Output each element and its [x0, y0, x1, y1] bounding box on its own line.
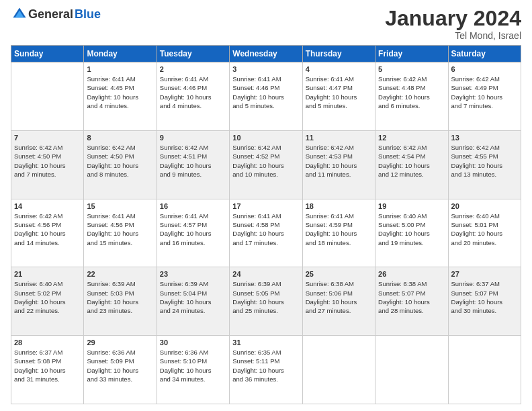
week-row-1: 1Sunrise: 6:41 AM Sunset: 4:45 PM Daylig…: [11, 62, 521, 131]
day-info: Sunrise: 6:38 AM Sunset: 5:07 PM Dayligh…: [378, 279, 445, 315]
day-info: Sunrise: 6:41 AM Sunset: 4:59 PM Dayligh…: [306, 212, 372, 247]
calendar-table: SundayMondayTuesdayWednesdayThursdayFrid…: [11, 45, 521, 404]
day-info: Sunrise: 6:40 AM Sunset: 5:02 PM Dayligh…: [14, 279, 81, 315]
day-cell: [375, 336, 448, 404]
day-number: 2: [160, 65, 226, 73]
day-cell: [302, 336, 375, 404]
day-info: Sunrise: 6:36 AM Sunset: 5:09 PM Dayligh…: [87, 348, 153, 383]
day-number: 4: [306, 65, 372, 73]
day-cell: 9Sunrise: 6:42 AM Sunset: 4:51 PM Daylig…: [157, 130, 229, 199]
day-cell: 15Sunrise: 6:41 AM Sunset: 4:56 PM Dayli…: [84, 199, 157, 267]
day-cell: 19Sunrise: 6:40 AM Sunset: 5:00 PM Dayli…: [375, 199, 448, 267]
day-number: 19: [378, 202, 445, 210]
day-info: Sunrise: 6:41 AM Sunset: 4:56 PM Dayligh…: [87, 212, 153, 247]
day-cell: [11, 62, 84, 131]
day-number: 29: [87, 338, 153, 347]
day-cell: 23Sunrise: 6:39 AM Sunset: 5:04 PM Dayli…: [157, 267, 229, 336]
day-cell: 13Sunrise: 6:42 AM Sunset: 4:55 PM Dayli…: [448, 130, 521, 199]
day-number: 1: [87, 65, 153, 73]
day-cell: 29Sunrise: 6:36 AM Sunset: 5:09 PM Dayli…: [84, 336, 157, 404]
day-cell: 31Sunrise: 6:35 AM Sunset: 5:11 PM Dayli…: [230, 336, 302, 404]
day-info: Sunrise: 6:41 AM Sunset: 4:58 PM Dayligh…: [232, 212, 299, 247]
day-cell: 2Sunrise: 6:41 AM Sunset: 4:46 PM Daylig…: [157, 62, 229, 131]
day-info: Sunrise: 6:42 AM Sunset: 4:56 PM Dayligh…: [14, 212, 81, 247]
week-row-4: 21Sunrise: 6:40 AM Sunset: 5:02 PM Dayli…: [11, 267, 521, 336]
day-info: Sunrise: 6:36 AM Sunset: 5:10 PM Dayligh…: [160, 348, 226, 383]
day-info: Sunrise: 6:42 AM Sunset: 4:54 PM Dayligh…: [378, 143, 445, 179]
day-cell: 18Sunrise: 6:41 AM Sunset: 4:59 PM Dayli…: [302, 199, 375, 267]
day-info: Sunrise: 6:37 AM Sunset: 5:07 PM Dayligh…: [451, 279, 518, 315]
day-of-week-wednesday: Wednesday: [230, 46, 302, 62]
day-info: Sunrise: 6:42 AM Sunset: 4:50 PM Dayligh…: [14, 143, 81, 179]
day-number: 20: [451, 202, 518, 210]
page: GeneralBlue January 2024 Tel Mond, Israe…: [0, 0, 532, 411]
month-title: January 2024: [385, 7, 521, 30]
day-number: 18: [306, 202, 372, 210]
day-number: 24: [232, 270, 299, 278]
day-number: 8: [87, 134, 153, 142]
week-row-2: 7Sunrise: 6:42 AM Sunset: 4:50 PM Daylig…: [11, 130, 521, 199]
week-row-3: 14Sunrise: 6:42 AM Sunset: 4:56 PM Dayli…: [11, 199, 521, 267]
day-number: 17: [232, 202, 299, 210]
day-number: 5: [378, 65, 445, 73]
day-cell: 17Sunrise: 6:41 AM Sunset: 4:58 PM Dayli…: [230, 199, 302, 267]
day-cell: 14Sunrise: 6:42 AM Sunset: 4:56 PM Dayli…: [11, 199, 84, 267]
day-info: Sunrise: 6:41 AM Sunset: 4:46 PM Dayligh…: [232, 75, 299, 110]
day-of-week-sunday: Sunday: [11, 46, 84, 62]
location: Tel Mond, Israel: [385, 30, 521, 41]
day-info: Sunrise: 6:41 AM Sunset: 4:47 PM Dayligh…: [306, 75, 372, 110]
day-cell: 3Sunrise: 6:41 AM Sunset: 4:46 PM Daylig…: [230, 62, 302, 131]
day-cell: 28Sunrise: 6:37 AM Sunset: 5:08 PM Dayli…: [11, 336, 84, 404]
day-cell: 6Sunrise: 6:42 AM Sunset: 4:49 PM Daylig…: [448, 62, 521, 131]
day-cell: 22Sunrise: 6:39 AM Sunset: 5:03 PM Dayli…: [84, 267, 157, 336]
day-of-week-tuesday: Tuesday: [157, 46, 229, 62]
day-info: Sunrise: 6:42 AM Sunset: 4:55 PM Dayligh…: [451, 143, 518, 179]
day-number: 21: [14, 270, 81, 278]
day-info: Sunrise: 6:38 AM Sunset: 5:06 PM Dayligh…: [306, 279, 372, 315]
day-number: 14: [14, 202, 81, 210]
logo-icon: [12, 7, 27, 21]
day-cell: 8Sunrise: 6:42 AM Sunset: 4:50 PM Daylig…: [84, 130, 157, 199]
day-number: 15: [87, 202, 153, 210]
day-number: 12: [378, 134, 445, 142]
day-number: 23: [160, 270, 226, 278]
day-info: Sunrise: 6:39 AM Sunset: 5:05 PM Dayligh…: [232, 279, 299, 315]
day-number: 31: [232, 338, 299, 347]
day-info: Sunrise: 6:42 AM Sunset: 4:50 PM Dayligh…: [87, 143, 153, 179]
day-info: Sunrise: 6:42 AM Sunset: 4:51 PM Dayligh…: [160, 143, 226, 179]
day-number: 6: [451, 65, 518, 73]
day-number: 3: [232, 65, 299, 73]
day-info: Sunrise: 6:37 AM Sunset: 5:08 PM Dayligh…: [14, 348, 81, 383]
logo-general: General: [28, 7, 73, 21]
day-info: Sunrise: 6:40 AM Sunset: 5:00 PM Dayligh…: [378, 212, 445, 247]
day-number: 16: [160, 202, 226, 210]
day-cell: 10Sunrise: 6:42 AM Sunset: 4:52 PM Dayli…: [230, 130, 302, 199]
day-number: 25: [306, 270, 372, 278]
week-row-5: 28Sunrise: 6:37 AM Sunset: 5:08 PM Dayli…: [11, 336, 521, 404]
day-number: 11: [306, 134, 372, 142]
day-cell: 7Sunrise: 6:42 AM Sunset: 4:50 PM Daylig…: [11, 130, 84, 199]
day-cell: 24Sunrise: 6:39 AM Sunset: 5:05 PM Dayli…: [230, 267, 302, 336]
day-info: Sunrise: 6:35 AM Sunset: 5:11 PM Dayligh…: [232, 348, 299, 383]
day-cell: 5Sunrise: 6:42 AM Sunset: 4:48 PM Daylig…: [375, 62, 448, 131]
day-info: Sunrise: 6:42 AM Sunset: 4:52 PM Dayligh…: [232, 143, 299, 179]
day-info: Sunrise: 6:41 AM Sunset: 4:57 PM Dayligh…: [160, 212, 226, 247]
day-info: Sunrise: 6:39 AM Sunset: 5:03 PM Dayligh…: [87, 279, 153, 315]
day-cell: 26Sunrise: 6:38 AM Sunset: 5:07 PM Dayli…: [375, 267, 448, 336]
day-of-week-friday: Friday: [375, 46, 448, 62]
day-info: Sunrise: 6:41 AM Sunset: 4:46 PM Dayligh…: [160, 75, 226, 110]
day-number: 7: [14, 134, 81, 142]
day-of-week-saturday: Saturday: [448, 46, 521, 62]
day-cell: [448, 336, 521, 404]
day-info: Sunrise: 6:42 AM Sunset: 4:53 PM Dayligh…: [306, 143, 372, 179]
day-cell: 20Sunrise: 6:40 AM Sunset: 5:01 PM Dayli…: [448, 199, 521, 267]
day-cell: 12Sunrise: 6:42 AM Sunset: 4:54 PM Dayli…: [375, 130, 448, 199]
day-cell: 16Sunrise: 6:41 AM Sunset: 4:57 PM Dayli…: [157, 199, 229, 267]
day-number: 10: [232, 134, 299, 142]
day-info: Sunrise: 6:42 AM Sunset: 4:48 PM Dayligh…: [378, 75, 445, 110]
day-cell: 4Sunrise: 6:41 AM Sunset: 4:47 PM Daylig…: [302, 62, 375, 131]
day-cell: 21Sunrise: 6:40 AM Sunset: 5:02 PM Dayli…: [11, 267, 84, 336]
day-info: Sunrise: 6:39 AM Sunset: 5:04 PM Dayligh…: [160, 279, 226, 315]
day-info: Sunrise: 6:41 AM Sunset: 4:45 PM Dayligh…: [87, 75, 153, 110]
day-info: Sunrise: 6:40 AM Sunset: 5:01 PM Dayligh…: [451, 212, 518, 247]
